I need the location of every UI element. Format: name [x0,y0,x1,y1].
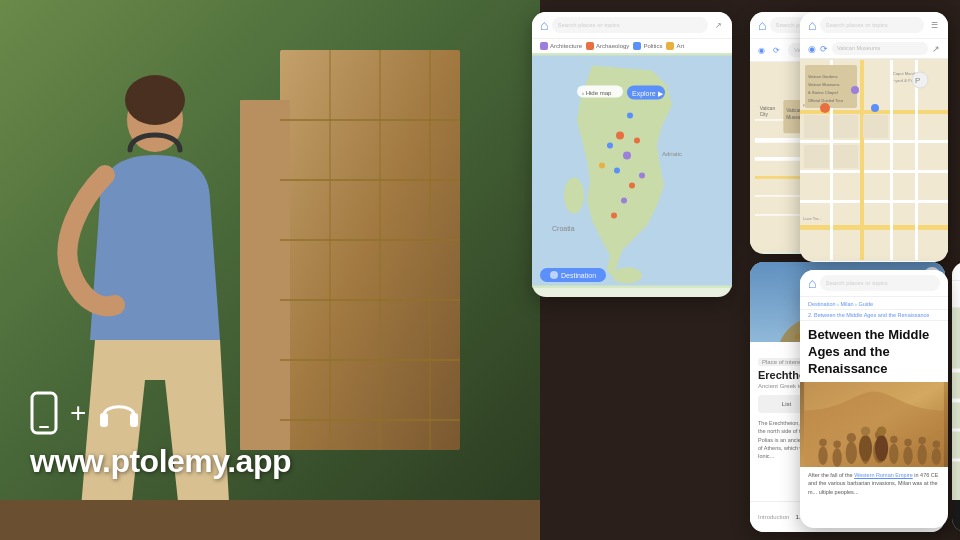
destination-chip[interactable]: Destination [540,268,606,282]
svg-point-143 [820,103,830,113]
svg-point-162 [904,438,912,446]
svg-point-144 [851,86,859,94]
more-icon[interactable]: ☰ [928,19,940,31]
svg-point-29 [607,143,613,149]
svg-point-26 [614,168,620,174]
refresh-icon[interactable]: ⟳ [773,46,780,55]
svg-point-25 [623,152,631,160]
svg-text:& Sistine Chapel: & Sistine Chapel [808,90,838,95]
article-search[interactable]: Search places or topics [820,275,940,291]
svg-rect-132 [833,115,858,138]
svg-text:Luce Tra...: Luce Tra... [803,216,822,221]
svg-text:Adriatic: Adriatic [662,151,682,157]
svg-rect-134 [804,145,829,168]
svg-rect-19 [100,413,108,427]
svg-text:Vatican: Vatican [760,106,776,111]
svg-point-30 [634,138,640,144]
search-placeholder: Search places or topics [557,22,619,28]
svg-rect-91 [952,429,960,432]
svg-rect-18 [39,426,49,428]
svg-point-151 [832,448,841,467]
cat-politics[interactable]: Politics [633,42,662,50]
svg-point-23 [564,178,584,214]
cat-label-0: Architecture [550,43,582,49]
western-roman-empire-link[interactable]: Western Roman Empire [854,472,913,478]
renaissance-painting [800,382,948,467]
svg-rect-122 [800,170,948,173]
svg-point-164 [918,436,926,444]
share-icon[interactable]: ↗ [712,19,724,31]
renaissance-article-card: ⌂ Search places or topics Destination › … [800,270,948,528]
ren-map-search[interactable]: Search places or topics [820,17,924,33]
map-refresh[interactable]: ⟳ [820,44,828,54]
svg-point-22 [612,268,642,284]
intro-label: Introduction [758,514,789,520]
svg-text:Official Guided Tour: Official Guided Tour [808,98,844,103]
svg-text:Vatican Museums: Vatican Museums [808,82,840,87]
svg-rect-16 [0,500,540,540]
title-text: Between the Middle Ages and the Renaissa… [808,327,929,376]
svg-text:P: P [915,76,920,85]
ren-map-body: Roma Transfer Luce Tra... Vatican Garden… [800,59,948,261]
main-map-header: ⌂ Search places or topics ↗ [532,12,732,39]
cat-art[interactable]: Art [666,42,684,50]
article-body: After the fall of the Western Roman Empi… [800,467,948,501]
main-map-search[interactable]: Search places or topics [552,17,708,33]
headphone-icon [98,395,140,431]
website-url: www.ptolemy.app [30,443,291,480]
svg-rect-121 [800,140,948,143]
article-breadcrumb: Destination › Milan › Guide [800,297,948,310]
svg-rect-124 [800,225,948,230]
destination-label: Destination [561,272,596,279]
svg-point-13 [125,75,185,125]
breadcrumb-text: Destination › Milan › Guide [808,301,873,307]
svg-point-170 [877,426,886,435]
back-arrow[interactable]: ◉ [758,46,765,55]
svg-point-153 [846,441,857,464]
ren-map-header: ⌂ Search places or topics ☰ [800,12,948,39]
left-panel-overlay: + www.ptolemy.app [30,391,291,480]
svg-point-161 [903,446,912,465]
svg-text:Vatican Gardens: Vatican Gardens [808,74,838,79]
svg-rect-127 [890,60,893,260]
svg-rect-88 [952,309,960,504]
svg-rect-90 [952,399,960,403]
svg-rect-20 [130,413,138,427]
ren-share[interactable]: ↗ [932,44,940,54]
svg-point-160 [890,436,898,444]
svg-point-149 [818,446,827,465]
svg-point-163 [917,444,926,465]
article-title: Between the Middle Ages and the Renaissa… [800,321,948,382]
svg-point-166 [933,440,941,448]
route-audio-bar: ◃ Introduction ↺ ⏮ ▶ ⏭ ↻ 1. Bridge of th… [952,500,960,532]
svg-point-145 [871,104,879,112]
svg-point-34 [611,213,617,219]
svg-rect-123 [800,200,948,203]
phone-icon [30,391,58,435]
svg-rect-92 [952,459,960,462]
plus-sign: + [70,397,86,429]
icon-row: + [30,391,291,435]
svg-text:Croatia: Croatia [552,225,575,232]
cat-architecture[interactable]: Architecture [540,42,582,50]
svg-rect-1 [280,50,460,450]
category-row: Architecture Archaeology Politics Art [532,39,732,53]
svg-rect-131 [804,115,829,138]
svg-rect-135 [833,145,858,168]
svg-point-159 [889,443,898,464]
svg-text:‹ Hide map: ‹ Hide map [582,90,612,96]
main-map-body: Croatia Adriatic Explore ▶ ‹ Hide map De… [532,53,732,288]
article-search-placeholder: Search places or topics [825,280,887,286]
ren-location-hint: Vatican Museums [837,45,880,51]
cat-label-2: Politics [643,43,662,49]
map-back[interactable]: ◉ [808,44,816,54]
cat-label-3: Art [676,43,684,49]
svg-rect-128 [915,60,918,260]
svg-point-167 [859,435,872,461]
svg-point-165 [932,448,941,465]
svg-point-27 [629,183,635,189]
main-map-card: ⌂ Search places or topics ↗ Architecture… [532,12,732,297]
breadcrumb2-text: 2. Between the Middle Ages and the Renai… [808,312,929,318]
cat-archaeology[interactable]: Archaeology [586,42,629,50]
renaissance-map-card: ⌂ Search places or topics ☰ ◉ ⟳ Vatican … [800,12,948,262]
